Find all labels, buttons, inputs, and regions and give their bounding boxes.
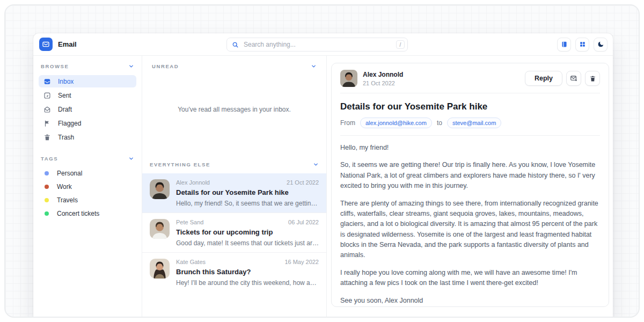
book-icon	[561, 41, 568, 48]
sidebar-item-flagged[interactable]: Flagged	[39, 117, 136, 129]
avatar	[150, 179, 170, 199]
email-subject: Tickets for our upcoming trip	[176, 228, 319, 236]
unread-empty-message: You've read all messages in your inbox.	[150, 106, 319, 113]
email-sender: Pete Sand	[176, 219, 203, 225]
body-paragraph: Hello, my friend!	[340, 143, 600, 153]
email-preview: Hey! I'll be around the city this weeken…	[176, 279, 319, 287]
body-paragraph: I really hope you love coming along with…	[340, 268, 600, 289]
tag-item-personal[interactable]: Personal	[39, 166, 136, 180]
sidebar-item-label: Sent	[58, 92, 71, 99]
email-app-window: Email /	[33, 33, 613, 317]
sidebar-item-label: Trash	[58, 134, 74, 141]
avatar	[150, 259, 170, 279]
email-logo-icon	[39, 38, 53, 51]
from-label: From	[340, 119, 355, 127]
message-detail-card: Alex Jonnold 21 Oct 2022 Reply	[331, 63, 609, 307]
tag-color-dot	[45, 171, 49, 175]
detail-date: 21 Oct 2022	[363, 80, 403, 86]
book-button[interactable]	[557, 38, 571, 52]
body-paragraph: So, it seems we are getting there! Our t…	[340, 160, 600, 191]
flag-icon	[43, 120, 51, 127]
apps-icon	[579, 41, 586, 48]
everything-else-collapse-chevron-down-icon[interactable]	[313, 162, 319, 167]
email-sender: Kate Gates	[176, 259, 206, 265]
tag-label: Concert tickets	[57, 210, 99, 217]
mark-unread-button[interactable]	[566, 71, 581, 86]
topbar: Email /	[33, 33, 613, 56]
email-date: 16 May 2022	[284, 259, 319, 265]
message-body: Hello, my friend! So, it seems we are ge…	[340, 136, 600, 306]
email-date: 06 Jul 2022	[288, 219, 319, 225]
email-list: Alex Jonnold 21 Oct 2022 Details for our…	[142, 173, 326, 292]
tags-section: TAGS Personal Work	[39, 156, 136, 220]
sent-icon	[43, 92, 51, 99]
trash-icon	[589, 75, 596, 82]
sidebar-item-label: Inbox	[58, 78, 74, 85]
sidebar-item-trash[interactable]: Trash	[39, 131, 136, 143]
search-icon	[232, 41, 239, 48]
email-list-item-yosemite[interactable]: Alex Jonnold 21 Oct 2022 Details for our…	[142, 173, 326, 213]
search-input[interactable]	[243, 40, 392, 49]
email-list-item-brunch[interactable]: Kate Gates 16 May 2022 Brunch this Satur…	[142, 252, 326, 292]
body-paragraph: See you soon, Alex Jonnold	[340, 296, 600, 306]
to-email-chip[interactable]: steve@mail.com	[447, 118, 501, 128]
envelope-plus-icon	[570, 75, 577, 82]
tag-item-travels[interactable]: Travels	[39, 193, 136, 207]
tag-color-dot	[45, 198, 49, 202]
detail-header: Alex Jonnold 21 Oct 2022 Reply	[340, 69, 600, 93]
moon-icon	[597, 41, 604, 48]
detail-sender-name: Alex Jonnold	[363, 71, 403, 78]
draft-icon	[43, 106, 51, 113]
blueprint-background: Email /	[4, 4, 640, 318]
sidebar-item-label: Draft	[58, 106, 72, 113]
body-paragraph: There are plenty of amazing things to se…	[340, 199, 600, 261]
everything-else-section: EVERYTHING ELSE Alex Jonn	[142, 154, 326, 292]
tag-color-dot	[45, 185, 49, 189]
from-to-row: From alex.jonnold@hike.com to steve@mail…	[340, 118, 600, 136]
email-date: 21 Oct 2022	[287, 179, 319, 186]
email-preview: Hello, my friend! So, it seems that we a…	[176, 200, 319, 207]
email-subject: Details for our Yosemite Park hike	[176, 188, 319, 196]
to-label: to	[437, 119, 442, 127]
app-title: Email	[58, 40, 77, 48]
tag-item-concert-tickets[interactable]: Concert tickets	[39, 207, 136, 220]
reply-button[interactable]: Reply	[525, 71, 562, 86]
sidebar-item-sent[interactable]: Sent	[39, 89, 136, 101]
search-bar[interactable]: /	[226, 38, 408, 52]
delete-button[interactable]	[585, 71, 600, 86]
trash-icon	[43, 134, 51, 141]
app-logo: Email	[39, 38, 77, 51]
tag-label: Work	[57, 183, 72, 191]
sidebar: BROWSE Inbox	[33, 56, 142, 317]
search-shortcut-badge: /	[396, 40, 405, 49]
message-list-column: UNREAD You've read all messages in your …	[142, 56, 327, 317]
unread-section: UNREAD You've read all messages in your …	[142, 56, 326, 154]
tags-collapse-chevron-down-icon[interactable]	[128, 156, 134, 162]
tag-color-dot	[45, 211, 49, 216]
avatar	[340, 70, 357, 87]
sidebar-item-label: Flagged	[58, 120, 81, 127]
unread-collapse-chevron-down-icon[interactable]	[311, 63, 317, 69]
sidebar-item-inbox[interactable]: Inbox	[39, 75, 136, 87]
browse-section-label: BROWSE	[41, 63, 69, 69]
avatar	[150, 219, 170, 239]
sidebar-item-draft[interactable]: Draft	[39, 103, 136, 115]
message-detail-column: Alex Jonnold 21 Oct 2022 Reply	[327, 56, 613, 317]
browse-collapse-chevron-down-icon[interactable]	[128, 63, 134, 69]
tag-label: Travels	[57, 196, 78, 204]
apps-button[interactable]	[575, 38, 589, 52]
everything-else-section-label: EVERYTHING ELSE	[150, 162, 210, 167]
detail-subject: Details for our Yosemite Park hike	[340, 101, 600, 112]
tag-item-work[interactable]: Work	[39, 180, 136, 193]
email-list-item-tickets[interactable]: Pete Sand 06 Jul 2022 Tickets for our up…	[142, 213, 326, 252]
email-preview: Good day, mate! It seems that our ticket…	[176, 239, 319, 247]
inbox-icon	[43, 78, 51, 85]
topbar-actions	[557, 38, 608, 52]
email-sender: Alex Jonnold	[176, 179, 210, 186]
tag-label: Personal	[57, 170, 82, 177]
dark-mode-button[interactable]	[594, 38, 608, 52]
unread-section-label: UNREAD	[152, 63, 179, 69]
tags-section-label: TAGS	[41, 156, 58, 162]
email-subject: Brunch this Saturday?	[176, 268, 319, 276]
from-email-chip[interactable]: alex.jonnold@hike.com	[360, 118, 432, 128]
